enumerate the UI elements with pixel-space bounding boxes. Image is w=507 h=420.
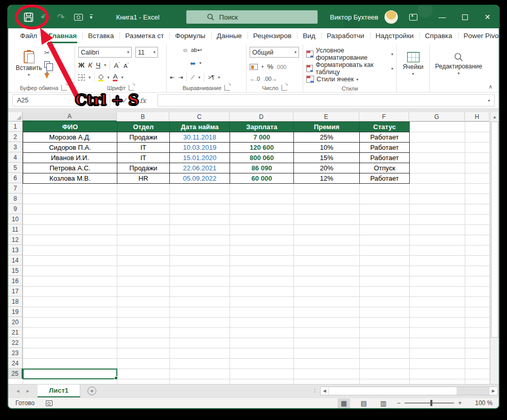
worksheet[interactable]: ABCDEFGH12345678910111213141516171819202… (8, 112, 490, 384)
collapse-ribbon-icon[interactable]: ∧ (488, 83, 493, 90)
table-cell-status[interactable]: Отпуск (359, 163, 410, 173)
merge-center-icon[interactable]: ⬌ (190, 59, 196, 67)
sheet-nav-right-icon[interactable]: ▸ (27, 388, 30, 394)
styles-item-1[interactable]: Форматировать как таблицу▾ (306, 61, 393, 76)
grow-font-button[interactable]: Аˆ (114, 61, 120, 69)
percent-style-icon[interactable]: % (267, 63, 273, 71)
increase-decimal-icon[interactable]: ←.0 (250, 76, 260, 82)
row-header-24[interactable]: 24 (8, 358, 23, 369)
align-middle-icon[interactable] (177, 49, 180, 51)
column-header-H[interactable]: H (465, 112, 489, 121)
number-format-combo[interactable]: Общий▾ (250, 47, 299, 58)
table-cell-dept[interactable]: IT (117, 152, 170, 163)
ribbon-tab-10[interactable]: Справка (419, 28, 458, 43)
column-header-B[interactable]: B (117, 112, 169, 121)
table-cell-dept[interactable]: HR (117, 173, 170, 184)
column-header-F[interactable]: F (359, 112, 409, 121)
wrap-text-icon[interactable]: ab↩ (191, 47, 202, 54)
row-header-9[interactable]: 9 (8, 204, 23, 214)
row-header-8[interactable]: 8 (8, 194, 23, 204)
table-header-cell[interactable]: Отдел (117, 121, 170, 132)
insert-function-icon[interactable]: fx (139, 97, 146, 104)
table-header-cell[interactable]: Зарплата (230, 121, 294, 132)
table-cell-dept[interactable]: Продажи (117, 163, 170, 173)
user-name[interactable]: Виктор Бухтеев (330, 13, 378, 21)
zoom-in-icon[interactable]: + (458, 399, 462, 407)
table-cell-bonus[interactable]: 10% (293, 142, 360, 153)
format-painter-icon[interactable] (44, 73, 49, 79)
row-header-17[interactable]: 17 (8, 286, 23, 296)
search-box[interactable]: Поиск (186, 10, 318, 24)
ribbon-tab-2[interactable]: Вставка (82, 28, 119, 43)
scroll-up-icon[interactable]: ▲ (491, 112, 499, 121)
cells-button[interactable]: Ячейки ▾ (399, 52, 427, 76)
row-header-2[interactable]: 2 (8, 132, 23, 142)
table-header-cell[interactable]: Дата найма (169, 121, 230, 132)
decrease-decimal-icon[interactable]: .00→ (264, 76, 277, 82)
table-cell-date[interactable]: 05.09.2022 (169, 173, 230, 184)
italic-button[interactable]: К (88, 61, 92, 69)
table-cell-salary[interactable]: 86 090 (230, 163, 294, 173)
vertical-scrollbar[interactable]: ▲ (490, 112, 499, 384)
align-top-icon[interactable] (170, 49, 173, 51)
paste-button[interactable]: Вставить ▾ (14, 45, 43, 83)
scroll-left-icon[interactable]: ◀ (321, 387, 329, 395)
row-header-21[interactable]: 21 (8, 327, 23, 338)
zoom-out-icon[interactable]: − (397, 399, 400, 407)
sheet-nav-left-icon[interactable]: ◂ (16, 388, 20, 394)
row-header-14[interactable]: 14 (8, 255, 23, 266)
borders-icon[interactable] (78, 74, 85, 81)
table-cell-name[interactable]: Петрова А.С. (23, 163, 117, 173)
save-icon[interactable] (24, 12, 33, 22)
table-cell-bonus[interactable]: 20% (293, 163, 360, 173)
table-cell-status[interactable]: Работает (359, 152, 410, 163)
vertical-scroll-thumb[interactable] (491, 121, 498, 338)
ribbon-tab-3[interactable]: Разметка ст (119, 28, 169, 43)
close-button[interactable]: ✕ (476, 6, 499, 28)
ribbon-tab-4[interactable]: Формулы (169, 28, 211, 43)
align-bottom-icon[interactable] (183, 49, 187, 52)
table-header-cell[interactable]: Статус (359, 121, 410, 132)
undo-icon[interactable]: ↶▾ (41, 12, 50, 23)
ribbon-tab-5[interactable]: Данные (211, 28, 248, 43)
table-cell-salary[interactable]: 800 060 (230, 152, 294, 163)
row-header-20[interactable]: 20 (8, 317, 23, 327)
column-header-A[interactable]: A (23, 112, 117, 121)
font-size-combo[interactable]: 11▾ (135, 47, 158, 58)
font-dialog-launcher-icon[interactable] (129, 85, 134, 91)
table-cell-date[interactable]: 10.03.2019 (169, 142, 230, 153)
copy-icon[interactable] (44, 61, 50, 68)
ribbon-display-options-icon[interactable] (409, 14, 417, 21)
styles-item-0[interactable]: Условное форматирование▾ (306, 47, 393, 61)
column-header-D[interactable]: D (230, 112, 293, 121)
redo-icon[interactable]: ↷▾ (57, 12, 66, 23)
table-cell-bonus[interactable]: 15% (293, 152, 360, 163)
increase-indent-icon[interactable]: ⇥ (178, 74, 183, 81)
table-cell-name[interactable]: Сидоров П.А. (23, 142, 117, 153)
column-header-E[interactable]: E (293, 112, 359, 121)
ribbon-tab-file[interactable]: Файл (14, 28, 43, 43)
number-dialog-launcher-icon[interactable] (282, 85, 287, 91)
row-header-19[interactable]: 19 (8, 307, 23, 317)
enter-icon[interactable]: ✓ (121, 96, 128, 106)
column-header-G[interactable]: G (409, 112, 465, 121)
table-header-cell[interactable]: Премия (293, 121, 360, 132)
screenshot-icon[interactable] (74, 14, 83, 21)
table-cell-date[interactable]: 22.06.2021 (169, 163, 230, 173)
comma-style-icon[interactable]: 000 (277, 64, 286, 70)
row-header-6[interactable]: 6 (8, 173, 23, 183)
formula-input[interactable]: ▾ (158, 94, 495, 107)
ribbon-tab-11[interactable]: Power Pivot (458, 28, 500, 43)
text-direction-icon[interactable]: >¶ (208, 74, 214, 80)
sheet-tab[interactable]: Лист1 (38, 384, 80, 397)
avatar[interactable] (384, 10, 398, 24)
ribbon-tab-6[interactable]: Рецензиров (248, 28, 297, 43)
normal-view-icon[interactable]: ▦ (338, 398, 350, 408)
page-layout-view-icon[interactable]: ▤ (357, 398, 370, 408)
table-cell-dept[interactable]: IT (117, 142, 170, 153)
accounting-format-icon[interactable] (250, 64, 258, 70)
orientation-icon[interactable]: ⟋ (190, 74, 195, 81)
row-header-23[interactable]: 23 (8, 348, 23, 358)
horizontal-scroll-thumb[interactable] (329, 387, 457, 395)
table-cell-name[interactable]: Иванов И.И. (23, 152, 117, 163)
